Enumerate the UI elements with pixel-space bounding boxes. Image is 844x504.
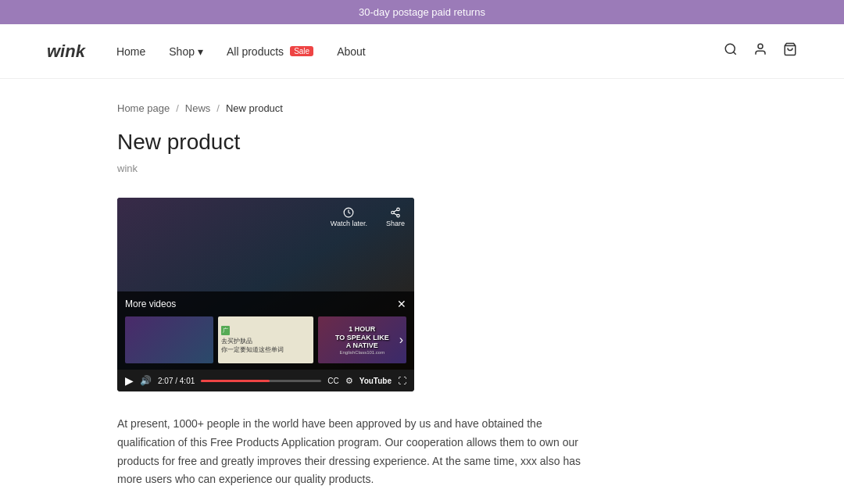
svg-point-7	[397, 214, 400, 217]
top-banner: 30-day postage paid returns	[0, 0, 844, 24]
thumb-chinese-line1: 去买护肤品	[221, 337, 252, 345]
close-icon[interactable]: ✕	[397, 298, 406, 310]
logo[interactable]: wink	[47, 41, 85, 62]
nav-shop[interactable]: Shop ▾	[169, 45, 203, 58]
video-container[interactable]: Watch later. Share More videos ✕	[117, 198, 414, 391]
svg-point-5	[397, 208, 400, 211]
breadcrumb-news[interactable]: News	[185, 102, 211, 114]
watch-later-label: Watch later.	[331, 220, 367, 227]
thumb-sub: EnglishClass101.com	[339, 350, 384, 355]
thumb-english-line3: A NATIVE	[346, 341, 378, 350]
main-content: Home page / News / New product New produ…	[70, 79, 774, 504]
more-videos-overlay: More videos ✕ 广 去买护肤品 你一定要知道这些单词	[117, 291, 414, 370]
svg-point-2	[758, 44, 763, 48]
nav-all-products[interactable]: All products Sale	[227, 45, 313, 58]
cc-icon[interactable]: CC	[327, 377, 338, 385]
fullscreen-icon[interactable]: ⛶	[398, 376, 406, 385]
account-icon[interactable]	[753, 42, 767, 60]
video-time: 2:07 / 4:01	[158, 377, 195, 385]
settings-icon[interactable]: ⚙	[345, 376, 353, 386]
more-videos-header: More videos ✕	[125, 298, 406, 310]
svg-point-0	[725, 44, 735, 53]
video-thumb-3[interactable]: 1 HOUR TO SPEAK LIKE A NATIVE EnglishCla…	[318, 316, 406, 363]
share-button[interactable]: Share	[386, 207, 405, 227]
author: wink	[117, 163, 727, 174]
search-icon[interactable]	[724, 42, 738, 60]
chevron-down-icon: ▾	[198, 45, 203, 58]
video-controls: ▶ 🔊 2:07 / 4:01 CC ⚙ YouTube ⛶	[117, 370, 414, 391]
cart-icon[interactable]	[783, 42, 797, 60]
video-main-area[interactable]: Watch later. Share More videos ✕	[117, 198, 414, 370]
svg-point-6	[392, 211, 395, 214]
next-thumb-icon[interactable]: ›	[399, 333, 403, 347]
volume-icon[interactable]: 🔊	[140, 375, 152, 386]
watch-later-button[interactable]: Watch later.	[331, 207, 367, 227]
thumb-english-line1: 1 HOUR	[349, 325, 375, 334]
youtube-label: YouTube	[359, 377, 392, 385]
sale-badge: Sale	[290, 46, 313, 56]
article-description: At present, 1000+ people in the world ha…	[117, 415, 602, 489]
progress-bar[interactable]	[201, 380, 321, 382]
page-title: New product	[117, 130, 727, 155]
header-icons	[724, 42, 797, 60]
nav-home[interactable]: Home	[116, 45, 145, 58]
svg-line-9	[394, 210, 397, 212]
breadcrumb: Home page / News / New product	[117, 102, 727, 114]
thumb-chinese-line2: 你一定要知道这些单词	[221, 345, 284, 354]
thumb-badge: 广	[221, 326, 230, 335]
header: wink Home Shop ▾ All products Sale About	[0, 24, 844, 79]
play-icon[interactable]: ▶	[125, 374, 134, 387]
breadcrumb-sep-2: /	[216, 102, 220, 114]
main-nav: Home Shop ▾ All products Sale About	[116, 45, 724, 58]
breadcrumb-home[interactable]: Home page	[117, 102, 170, 114]
thumb-english-line2: TO SPEAK LIKE	[335, 334, 389, 342]
svg-line-8	[394, 213, 397, 215]
progress-fill	[201, 380, 270, 382]
video-thumbnails: 广 去买护肤品 你一定要知道这些单词 1 HOUR TO SPEAK LIKE …	[125, 316, 406, 363]
breadcrumb-sep-1: /	[176, 102, 179, 114]
video-thumb-2[interactable]: 广 去买护肤品 你一定要知道这些单词	[218, 316, 313, 363]
svg-line-1	[733, 52, 735, 54]
banner-text: 30-day postage paid returns	[359, 6, 485, 18]
video-thumb-1[interactable]	[125, 316, 213, 363]
share-label: Share	[386, 220, 405, 227]
more-videos-label: More videos	[125, 298, 176, 309]
nav-about[interactable]: About	[337, 45, 366, 58]
breadcrumb-current: New product	[226, 102, 283, 114]
